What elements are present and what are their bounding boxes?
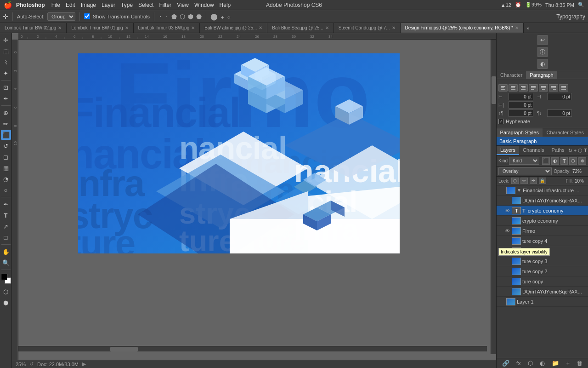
space-before-field[interactable]: 0 pt [509, 109, 533, 117]
lock-transparent-btn[interactable]: ⬡ [511, 178, 519, 184]
tool-lasso[interactable]: ⌇ [1, 57, 11, 67]
layer-group-icon[interactable]: 📁 [552, 360, 559, 367]
justify-right-btn[interactable] [549, 84, 558, 92]
tab-4-close[interactable]: ✕ [259, 25, 262, 30]
menu-type[interactable]: Type [121, 2, 133, 8]
tool-pen[interactable]: ✒ [1, 199, 11, 209]
foreground-color-swatch[interactable] [1, 274, 7, 280]
panel-history-icon[interactable]: ↩ [537, 35, 548, 45]
align-left-btn[interactable] [498, 84, 508, 92]
layer-item-6[interactable]: ture copy 4 [497, 236, 588, 246]
layer-vis-9[interactable] [504, 268, 510, 275]
layer-vis-8[interactable] [504, 258, 510, 264]
panel-adjust-icon[interactable]: ◐ [537, 59, 548, 69]
layer-vis-11[interactable] [504, 288, 510, 295]
workspace-label[interactable]: Typography [556, 13, 585, 20]
tool-quick-select[interactable]: ✦ [1, 68, 11, 78]
layer-item-10[interactable]: ture copy [497, 276, 588, 287]
tool-hand[interactable]: ✋ [1, 247, 11, 257]
layer-item-12[interactable]: Layer 1 [497, 297, 588, 307]
menu-select[interactable]: Select [138, 2, 153, 8]
tab-5-close[interactable]: ✕ [325, 25, 329, 30]
align-right-icon[interactable]: ⬟ [171, 13, 177, 20]
layers-new-icon[interactable]: + [574, 148, 577, 153]
layer-vis-10[interactable] [504, 278, 510, 285]
layer-delete-icon[interactable]: 🗑 [577, 360, 582, 367]
layer-style-icon[interactable]: fx [516, 360, 521, 367]
menu-edit[interactable]: Edit [66, 2, 75, 8]
layer-vis-5[interactable]: 👁 [504, 228, 510, 234]
menu-view[interactable]: View [177, 2, 189, 8]
fill-value[interactable]: 10% [575, 178, 586, 184]
align-left-icon[interactable]: ⬝ [158, 13, 162, 20]
opacity-value[interactable]: 72% [572, 169, 586, 174]
layer-vis-12[interactable] [498, 299, 505, 305]
distribute-2-icon[interactable]: ⬥ [220, 13, 224, 20]
tab-3[interactable]: Lombok Timur 03 BW.jpg ✕ [134, 23, 200, 33]
blend-mode-dropdown[interactable]: Overlay Normal Multiply Screen [498, 167, 552, 175]
filter-pixel-icon[interactable]: ⬛ [542, 157, 550, 165]
layer-item-1[interactable]: ▼ Financial infrastructure ... [497, 185, 588, 196]
layer-vis-6[interactable] [504, 238, 510, 244]
basic-paragraph-item[interactable]: Basic Paragraph [497, 137, 588, 145]
tab-6-close[interactable]: ✕ [392, 25, 396, 30]
align-middle-icon[interactable]: ⬢ [188, 13, 193, 20]
layer-item-7[interactable]: ture copy 5 [497, 246, 588, 256]
tool-brush[interactable]: ✏ [1, 119, 11, 129]
justify-all-btn[interactable] [559, 84, 568, 92]
layer-item-11[interactable]: DQmTAYdYcmcSqcRAX... [497, 287, 588, 297]
menu-file[interactable]: File [51, 2, 60, 8]
scrollbar-horizontal[interactable] [18, 346, 487, 351]
justify-left-btn[interactable] [529, 84, 538, 92]
tool-path-select[interactable]: ↗ [1, 221, 11, 231]
lock-all-btn[interactable]: 🔒 [539, 178, 546, 184]
layer-vis-2[interactable] [504, 197, 510, 204]
align-center-btn[interactable] [509, 84, 518, 92]
tool-crop[interactable]: ⊡ [1, 82, 11, 92]
nav-arrow[interactable]: ▶ [82, 361, 86, 367]
indent-first-field[interactable]: 0 pt [509, 101, 533, 109]
layer-item-5[interactable]: 👁 Firmo [497, 226, 588, 236]
menu-help[interactable]: Help [220, 2, 231, 8]
layers-tab-layers[interactable]: Layers [497, 146, 519, 155]
tab-1[interactable]: Lombok Timur BW 02.jpg ✕ [0, 23, 67, 33]
filter-dropdown[interactable]: Kind Name Effect Mode Attribute Color [509, 157, 539, 165]
layer-item-2[interactable]: DQmTAYdYcmcSqcRAX... [497, 196, 588, 206]
menu-layer[interactable]: Layer [102, 2, 115, 8]
filter-smart-icon[interactable]: ⊕ [578, 157, 586, 165]
hyphenate-checkbox[interactable]: ✓ [498, 119, 504, 124]
filter-shape-icon[interactable]: ⬡ [569, 157, 577, 165]
panel-properties-icon[interactable]: ⓘ [537, 47, 548, 57]
menu-window[interactable]: Window [194, 2, 214, 8]
tool-shape[interactable]: □ [1, 232, 11, 242]
menu-filter[interactable]: Filter [159, 2, 171, 8]
tool-heal[interactable]: ⊕ [1, 108, 11, 118]
paragraph-styles-tab[interactable]: Paragraph Styles [497, 128, 543, 137]
layers-fx-icon[interactable]: T [584, 148, 587, 153]
layer-vis-1[interactable] [498, 187, 505, 194]
tool-gradient[interactable]: ▦ [1, 163, 11, 173]
menu-image[interactable]: Image [81, 2, 96, 8]
layers-mask-icon[interactable]: ⬡ [578, 148, 582, 154]
layers-list[interactable]: ▼ Financial infrastructure ... DQmTAYdYc… [497, 185, 588, 358]
tool-blur[interactable]: ◔ [1, 174, 11, 184]
tab-2[interactable]: Lombok Timur BW 01.jpg ✕ [67, 23, 133, 33]
distribute-1-icon[interactable]: ⬤ [210, 13, 218, 20]
space-after-field[interactable]: 0 pt [547, 109, 572, 117]
indent-left-field[interactable]: 0 pt [509, 93, 533, 100]
zoom-reset-btn[interactable]: ↺ [29, 361, 34, 367]
search-icon[interactable]: 🔍 [578, 2, 584, 8]
tab-paragraph[interactable]: Paragraph [526, 71, 557, 79]
tool-select-rect[interactable]: ⬚ [1, 46, 11, 56]
tool-eyedropper[interactable]: ✒ [1, 93, 11, 104]
align-top-icon[interactable]: ⬡ [180, 13, 185, 20]
lock-position-btn[interactable]: ✛ [530, 178, 537, 184]
tab-6[interactable]: Steemit Candu.jpg @ 7... ✕ [334, 23, 401, 33]
tool-move[interactable]: ✛ [1, 35, 11, 45]
distribute-3-icon[interactable]: ⬦ [227, 13, 231, 20]
layer-vis-4[interactable] [504, 218, 510, 224]
align-right-btn[interactable] [519, 84, 528, 92]
filter-type-icon[interactable]: T [560, 157, 568, 165]
tool-dodge[interactable]: ○ [1, 185, 11, 195]
align-bottom-icon[interactable]: ⬣ [196, 13, 202, 20]
